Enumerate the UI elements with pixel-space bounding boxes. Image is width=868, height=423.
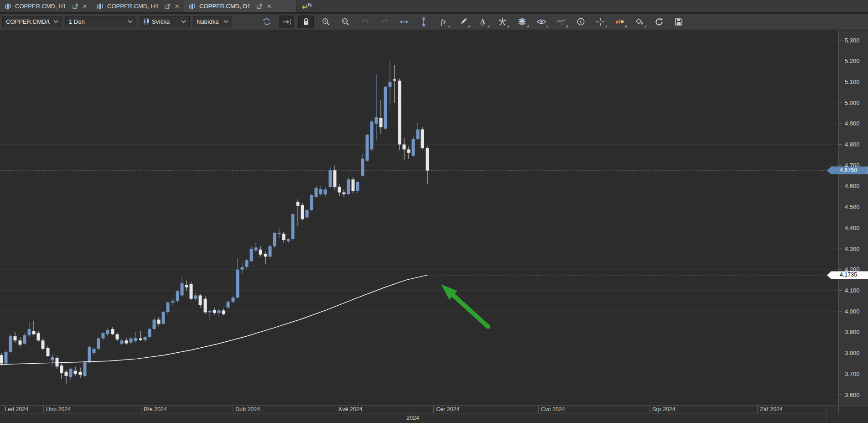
- autoscroll-right-button[interactable]: [279, 16, 294, 28]
- undo-button[interactable]: [357, 16, 373, 28]
- zoom-time-button[interactable]: [318, 16, 333, 28]
- svg-text:Dub 2024: Dub 2024: [235, 406, 260, 413]
- zoom-area-button[interactable]: [338, 16, 353, 28]
- candle: [47, 348, 50, 356]
- current-price-badge: 4.6750: [827, 167, 868, 174]
- svg-text:3.700: 3.700: [845, 371, 860, 377]
- stretch-horizontal-button[interactable]: [396, 16, 412, 28]
- candle: [172, 301, 175, 303]
- close-icon[interactable]: ✕: [175, 3, 179, 10]
- candle: [125, 340, 128, 343]
- autorefresh-loop-button[interactable]: [651, 16, 667, 28]
- detach-window-icon[interactable]: [165, 4, 170, 9]
- visibility-eye-button[interactable]: [534, 16, 549, 28]
- fill-background-button[interactable]: [632, 16, 647, 28]
- symbol-dropdown[interactable]: COPPER.CMD/U...: [2, 16, 62, 27]
- indicator-signals-icon: [556, 18, 566, 26]
- candle: [23, 335, 26, 344]
- candle: [181, 283, 184, 295]
- crosshair-button[interactable]: [593, 16, 608, 28]
- svg-text:4.800: 4.800: [845, 141, 860, 148]
- candle: [28, 329, 31, 335]
- candle: [0, 355, 3, 363]
- chevron-down-icon: [128, 20, 133, 23]
- trading-platform-window: { "tabs": [ {"label": "COPPER.CMD, H1", …: [0, 0, 868, 423]
- candle: [97, 339, 100, 349]
- draw-pencil-button[interactable]: [455, 16, 471, 28]
- objects-tool-icon: [499, 18, 506, 26]
- stretch-vertical-button[interactable]: [416, 16, 431, 28]
- tab-copper-d1[interactable]: COPPER.CMD, D1 ✕: [184, 0, 296, 12]
- chart-type-dropdown-value: Svíčka: [152, 18, 170, 25]
- candle: [120, 340, 124, 344]
- candle: [60, 366, 63, 373]
- candle: [370, 121, 374, 149]
- candles-layer: [0, 61, 429, 384]
- time-axis-background[interactable]: [0, 405, 868, 423]
- chart-area[interactable]: 5.3005.2005.1005.0004.9004.8004.7004.600…: [0, 31, 868, 423]
- chart-type-dropdown[interactable]: Svíčka: [140, 16, 190, 27]
- candle: [79, 372, 82, 375]
- candle: [213, 310, 216, 313]
- close-icon[interactable]: ✕: [83, 3, 87, 10]
- candle: [218, 310, 221, 313]
- candle: [116, 334, 119, 339]
- candle: [315, 188, 318, 197]
- candle: [245, 260, 249, 267]
- autorefresh-loop-icon: [655, 18, 663, 26]
- svg-text:Led 2024: Led 2024: [5, 406, 28, 413]
- candle: [241, 267, 244, 269]
- price-axis-background[interactable]: [838, 31, 868, 405]
- save-template-button[interactable]: [671, 16, 686, 28]
- lock-scale-button[interactable]: [298, 16, 314, 28]
- tab-copper-h1[interactable]: COPPER.CMD, H1 ✕: [0, 0, 92, 12]
- candle: [329, 170, 332, 187]
- candle: [421, 130, 424, 148]
- svg-text:4.900: 4.900: [845, 120, 860, 127]
- candle: [416, 130, 420, 139]
- layers-icon: [518, 18, 526, 26]
- indicators-fx-button[interactable]: fx: [436, 16, 451, 28]
- candle: [56, 358, 59, 366]
- svg-text:5.300: 5.300: [845, 37, 860, 44]
- price-chart-svg[interactable]: 5.3005.2005.1005.0004.9004.8004.7004.600…: [0, 31, 868, 423]
- candle: [194, 295, 198, 298]
- detach-window-icon[interactable]: [73, 4, 78, 9]
- svg-text:Srp 2024: Srp 2024: [652, 406, 676, 413]
- candle: [250, 249, 253, 261]
- text-tool-button[interactable]: A̲: [475, 16, 490, 28]
- candle: [343, 193, 346, 194]
- candle: [291, 214, 295, 239]
- new-chart-button[interactable]: [296, 0, 317, 12]
- layers-button[interactable]: [514, 16, 530, 28]
- stretch-horizontal-icon: [400, 20, 409, 24]
- candle: [264, 254, 267, 256]
- tab-copper-h4[interactable]: COPPER.CMD, H4 ✕: [92, 0, 184, 12]
- refresh-sync-button[interactable]: [259, 16, 275, 28]
- candle: [393, 79, 396, 81]
- candle: [366, 135, 369, 161]
- volume-profile-button[interactable]: [612, 16, 628, 28]
- candle: [403, 145, 406, 150]
- candle: [51, 357, 54, 360]
- candle: [74, 371, 77, 374]
- candle: [282, 234, 286, 240]
- objects-tool-button[interactable]: [494, 16, 510, 28]
- period-dropdown[interactable]: 1 Den: [65, 16, 136, 27]
- candle: [102, 333, 105, 338]
- chevron-down-icon: [53, 20, 58, 23]
- volume-profile-icon: [615, 19, 624, 25]
- gridlines: [0, 31, 838, 405]
- detach-window-icon[interactable]: [257, 4, 262, 9]
- candle: [412, 139, 415, 156]
- redo-button[interactable]: [377, 16, 392, 28]
- info-button[interactable]: [573, 16, 588, 28]
- candle: [166, 303, 170, 312]
- candle: [361, 159, 364, 176]
- fill-background-icon: [635, 18, 644, 26]
- close-icon[interactable]: ✕: [267, 3, 271, 10]
- candle: [259, 250, 262, 255]
- indicators-fx-icon: fx: [441, 18, 446, 26]
- indicator-signals-button[interactable]: [553, 16, 569, 28]
- price-mode-dropdown[interactable]: Nabídka: [193, 16, 232, 27]
